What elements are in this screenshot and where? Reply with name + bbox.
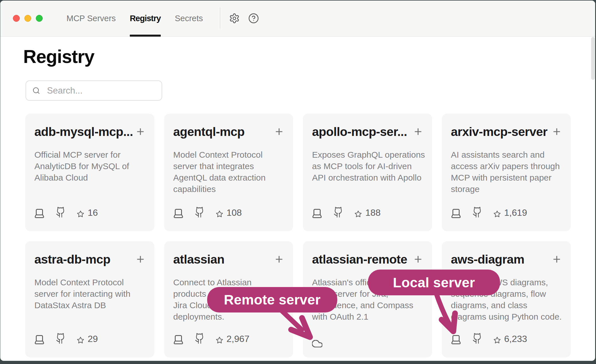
plus-icon xyxy=(414,128,422,135)
plus-icon xyxy=(137,256,144,263)
add-server-button[interactable] xyxy=(275,128,283,135)
close-button[interactable] xyxy=(13,15,20,22)
search-input[interactable] xyxy=(47,81,162,100)
description-line: with OAuth 2.1 xyxy=(312,311,422,323)
minimize-button[interactable] xyxy=(24,15,31,22)
add-server-button[interactable] xyxy=(553,256,560,263)
laptop-icon xyxy=(451,209,461,218)
description-line: diagrams, and class xyxy=(451,300,561,311)
plus-icon xyxy=(275,128,283,135)
card-footer xyxy=(312,335,422,344)
card-footer: 108 xyxy=(173,209,283,218)
desktop-background: MCP ServersRegistrySecrets Registry adb-… xyxy=(0,0,596,364)
laptop-icon xyxy=(34,335,44,344)
star-icon xyxy=(493,337,501,344)
description-line: API orchestration with Apollo xyxy=(312,172,422,183)
description-line: Model Context Protocol xyxy=(173,149,283,161)
add-server-button[interactable] xyxy=(414,256,422,263)
server-card[interactable]: agentql-mcp Model Context Protocolserver… xyxy=(164,114,293,231)
description-line: AgentQL data extraction xyxy=(173,172,283,183)
github-icon xyxy=(195,206,204,218)
scrollbar-thumb[interactable] xyxy=(591,37,595,80)
add-server-button[interactable] xyxy=(137,128,144,135)
server-name: atlassian-remote xyxy=(312,252,407,266)
description-line: Alibaba Cloud xyxy=(34,172,144,183)
description-line: storage xyxy=(451,183,561,195)
tab-label: MCP Servers xyxy=(66,14,116,23)
laptop-icon xyxy=(173,209,183,218)
star-count: 188 xyxy=(365,208,381,218)
star-icon xyxy=(77,337,84,344)
star-count-group: 16 xyxy=(77,208,98,218)
server-card[interactable]: astra-db-mcp Model Context Protocolserve… xyxy=(25,241,154,357)
description-line: access arXiv papers through xyxy=(451,161,561,172)
server-name: arxiv-mcp-server xyxy=(451,124,548,139)
description-line: diagrams using Python code. xyxy=(451,311,561,323)
tab-secrets[interactable]: Secrets xyxy=(175,1,203,36)
add-server-button[interactable] xyxy=(137,256,144,263)
star-count: 16 xyxy=(88,208,98,218)
server-card[interactable]: adb-mysql-mcp... Official MCP server for… xyxy=(25,114,154,231)
zoom-button[interactable] xyxy=(36,15,43,22)
traffic-lights xyxy=(13,15,43,22)
star-count-group: 1,619 xyxy=(493,208,527,218)
laptop-icon xyxy=(173,335,183,344)
card-footer: 29 xyxy=(34,335,144,344)
card-header: atlassian-remote xyxy=(312,252,422,266)
server-grid: adb-mysql-mcp... Official MCP server for… xyxy=(25,114,571,357)
description-line: Official MCP server for xyxy=(34,149,144,161)
gear-icon xyxy=(229,13,240,24)
description-line: server for interacting with xyxy=(34,288,144,300)
cloud-icon xyxy=(312,340,322,347)
laptop-icon xyxy=(312,209,322,218)
server-name: atlassian xyxy=(173,252,225,266)
server-description: AI assistants search andaccess arXiv pap… xyxy=(451,149,561,195)
description-line: as MCP tools for AI-driven xyxy=(312,161,422,172)
card-footer: 2,967 xyxy=(173,335,283,344)
star-count: 2,967 xyxy=(227,334,250,344)
description-line: deployments. xyxy=(173,311,283,323)
star-count-group: 188 xyxy=(354,208,381,218)
description-line: capabilities xyxy=(173,183,283,195)
star-icon xyxy=(493,210,501,218)
server-name: apollo-mcp-ser... xyxy=(312,124,407,139)
star-icon xyxy=(77,210,84,218)
search-icon xyxy=(32,87,40,94)
tab-label: Secrets xyxy=(175,14,203,23)
add-server-button[interactable] xyxy=(414,128,422,135)
plus-icon xyxy=(275,256,283,263)
star-count-group: 6,233 xyxy=(493,334,527,344)
tab-registry[interactable]: Registry xyxy=(130,1,161,36)
card-header: arxiv-mcp-server xyxy=(451,124,561,139)
card-header: aws-diagram xyxy=(451,252,561,266)
add-server-button[interactable] xyxy=(275,256,283,263)
star-count: 29 xyxy=(88,334,98,344)
server-card[interactable]: apollo-mcp-ser... Exposes GraphQL operat… xyxy=(303,114,432,231)
card-footer: 188 xyxy=(312,209,422,218)
plus-icon xyxy=(553,256,560,263)
star-count: 6,233 xyxy=(504,334,527,344)
star-count-group: 2,967 xyxy=(216,334,250,344)
star-count: 1,619 xyxy=(504,208,527,218)
tab-mcp-servers[interactable]: MCP Servers xyxy=(66,1,116,36)
settings-button[interactable] xyxy=(229,13,240,24)
laptop-icon xyxy=(451,335,461,344)
star-icon xyxy=(216,210,223,218)
description-line: AnalyticDB for MySQL of xyxy=(34,161,144,172)
github-icon xyxy=(473,333,482,344)
titlebar-divider xyxy=(220,7,220,29)
server-card[interactable]: arxiv-mcp-server AI assistants search an… xyxy=(442,114,571,231)
server-description: Exposes GraphQL operationsas MCP tools f… xyxy=(312,149,422,183)
description-line: MCP with persistent paper xyxy=(451,172,561,183)
github-icon xyxy=(195,333,204,344)
laptop-icon xyxy=(34,209,44,218)
server-card[interactable]: aws-diagram Generate AWS diagrams,sequen… xyxy=(442,241,571,357)
help-button[interactable] xyxy=(248,13,259,24)
description-line: DataStax Astra DB xyxy=(34,300,144,311)
star-icon xyxy=(354,210,362,218)
plus-icon xyxy=(137,128,144,135)
server-name: agentql-mcp xyxy=(173,124,245,139)
question-circle-icon xyxy=(248,13,259,24)
add-server-button[interactable] xyxy=(553,128,560,135)
github-icon xyxy=(473,206,482,218)
